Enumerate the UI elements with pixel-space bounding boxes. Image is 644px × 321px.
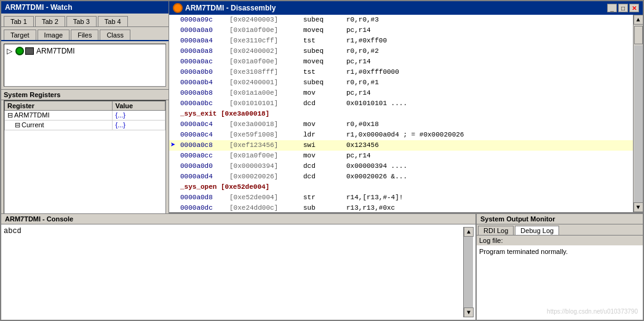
disasm-opcode-4: [0x01a0f00e] <box>229 57 303 67</box>
disasm-row-10: 0000a0c4[0xe3a00018]movr0,#0x18 <box>169 119 633 130</box>
sys-output-titlebar: System Output Monitor <box>477 214 643 224</box>
console-scrollbar[interactable]: ▲ ▼ <box>463 227 473 317</box>
sys-log-tabs: RDI Log Debug Log <box>477 224 643 236</box>
disasm-opcode-18: [0xe24dd00c] <box>229 203 303 212</box>
disasm-addr-5: 0000a0b0 <box>180 67 229 77</box>
disasm-opcode-1: [0x01a0f00e] <box>229 25 303 36</box>
disasm-mnemonic-5: tst <box>303 67 346 77</box>
disasm-operands-0: r0,r0,#3 <box>346 15 632 25</box>
disasm-mnemonic-3: subeq <box>303 46 346 57</box>
console-scroll-track <box>464 237 473 307</box>
debug-log-tab[interactable]: Debug Log <box>515 226 559 235</box>
target-icon <box>15 47 24 55</box>
console-scroll-up[interactable]: ▲ <box>464 227 474 237</box>
disasm-row-5: 0000a0b0[0xe3108fff]tstr1,#0xfff0000 <box>169 67 633 77</box>
log-file-label: Log file: <box>477 236 643 245</box>
disasm-opcode-3: [0x02400002] <box>229 46 303 57</box>
scroll-up-arrow[interactable]: ▲ <box>634 15 643 25</box>
reg-table-container: Register Value ⊟ARM7TDMI{...}⊟Current{..… <box>4 100 166 213</box>
tree-area: ▷ ARM7TDMI <box>4 44 166 87</box>
disasm-mnemonic-1: moveq <box>303 25 346 36</box>
subtab-files[interactable]: Files <box>71 30 98 40</box>
disasm-scrollbar[interactable]: ▲ ▼ <box>633 15 643 212</box>
tree-expand-icon: ▷ <box>7 47 14 55</box>
left-panel-titlebar: ARM7TDMI - Watch <box>1 1 169 14</box>
disasm-mnemonic-11: ldr <box>303 130 346 140</box>
disasm-row-13: 0000a0cc[0x01a0f00e]movpc,r14 <box>169 151 633 161</box>
disasm-operands-13: pc,r14 <box>346 151 632 161</box>
disasm-mnemonic-10: mov <box>303 119 346 130</box>
rdi-log-tab[interactable]: RDI Log <box>478 226 514 235</box>
disasm-row-14: 0000a0d0[0x00000394]dcd0x00000394 .... <box>169 161 633 172</box>
reg-expand-1[interactable]: ⊟ <box>15 121 20 129</box>
disasm-title: ARM7TDMI - Disassembly <box>173 3 276 13</box>
disasm-row-3: 0000a0a8[0x02400002]subeqr0,r0,#2 <box>169 46 633 57</box>
disasm-label-16: _sys_open [0xe52de004] <box>170 182 269 192</box>
scroll-thumb[interactable] <box>634 26 643 44</box>
scroll-track <box>634 46 643 202</box>
tab-1[interactable]: Tab 1 <box>4 16 34 26</box>
disasm-addr-1: 0000a0a0 <box>180 25 229 36</box>
disasm-mnemonic-4: moveq <box>303 57 346 67</box>
disasm-row-11: 0000a0c4[0xe59f1008]ldrr1,0x0000a0d4 ; =… <box>169 130 633 140</box>
disasm-mnemonic-2: tst <box>303 36 346 46</box>
disasm-opcode-11: [0xe59f1008] <box>229 130 303 140</box>
tab-2[interactable]: Tab 2 <box>35 16 65 26</box>
disasm-opcode-2: [0xe3110cff] <box>229 36 303 46</box>
disasm-operands-15: 0x00020026 &... <box>346 172 632 182</box>
left-panel: ARM7TDMI - Watch Tab 1 Tab 2 Tab 3 Tab 4… <box>0 0 169 213</box>
disasm-row-8: 0000a0bc[0x01010101]dcd0x01010101 .... <box>169 98 633 109</box>
tree-item-arm7tdmi: ▷ ARM7TDMI <box>7 47 163 55</box>
main-container: ARM7TDMI - Watch Tab 1 Tab 2 Tab 3 Tab 4… <box>0 0 644 321</box>
disasm-row-15: 0000a0d4[0x00020026]dcd0x00020026 &... <box>169 172 633 182</box>
tab-3[interactable]: Tab 3 <box>66 16 97 26</box>
disasm-operands-6: r0,r0,#1 <box>346 77 632 88</box>
disasm-addr-10: 0000a0c4 <box>180 119 229 130</box>
disasm-content: 0000a09c[0x02400003]subeqr0,r0,#30000a0a… <box>169 15 643 212</box>
tab-4[interactable]: Tab 4 <box>98 16 128 26</box>
disasm-row-4: 0000a0ac[0x01a0f00e]moveqpc,r14 <box>169 57 633 67</box>
disasm-addr-6: 0000a0b4 <box>180 77 229 88</box>
subtab-image[interactable]: Image <box>38 30 70 40</box>
console-title: ARM7TDMI - Console <box>5 215 73 223</box>
disasm-operands-14: 0x00000394 .... <box>346 161 632 172</box>
disasm-mnemonic-15: dcd <box>303 172 346 182</box>
minimize-button[interactable]: _ <box>607 4 617 12</box>
sys-output-title: System Output Monitor <box>480 215 555 223</box>
disasm-operands-3: r0,r0,#2 <box>346 46 632 57</box>
disasm-row-2: 0000a0a4[0xe3110cff]tstr1,#0xff00 <box>169 36 633 46</box>
console-titlebar: ARM7TDMI - Console <box>1 214 475 224</box>
disasm-opcode-0: [0x02400003] <box>229 15 303 25</box>
console-scroll-down[interactable]: ▼ <box>464 307 474 317</box>
disasm-addr-3: 0000a0a8 <box>180 46 229 57</box>
log-content-text: Program terminated normally. <box>479 248 568 255</box>
disasm-table[interactable]: 0000a09c[0x02400003]subeqr0,r0,#30000a0a… <box>169 15 633 212</box>
close-button[interactable]: ✕ <box>629 4 639 12</box>
scroll-down-arrow[interactable]: ▼ <box>634 202 643 212</box>
disasm-row-16: _sys_open [0xe52de004] <box>169 182 633 192</box>
reg-expand-0[interactable]: ⊟ <box>7 111 13 119</box>
disasm-row-0: 0000a09c[0x02400003]subeqr0,r0,#3 <box>169 15 633 25</box>
disasm-addr-13: 0000a0cc <box>180 151 229 161</box>
disasm-operands-5: r1,#0xfff0000 <box>346 67 632 77</box>
reg-col-register: Register <box>5 101 113 111</box>
disasm-row-9: _sys_exit [0xe3a00018] <box>169 109 633 119</box>
disasm-operands-10: r0,#0x18 <box>346 119 632 130</box>
maximize-button[interactable]: □ <box>618 4 628 12</box>
sys-registers-label: System Registers <box>4 91 60 98</box>
disasm-addr-7: 0000a0b8 <box>180 88 229 98</box>
disasm-addr-17: 0000a0d8 <box>180 192 229 203</box>
disasm-row-1: 0000a0a0[0x01a0f00e]moveqpc,r14 <box>169 25 633 36</box>
disasm-row-18: 0000a0dc[0xe24dd00c]subr13,r13,#0xc <box>169 203 633 212</box>
console-input-area[interactable]: abcd <box>4 227 463 317</box>
disasm-mnemonic-14: dcd <box>303 161 346 172</box>
disasm-row-7: 0000a0b8[0x01a1a00e]movpc,r14 <box>169 88 633 98</box>
left-panel-title: ARM7TDMI - Watch <box>5 3 73 12</box>
subtab-class[interactable]: Class <box>100 30 130 40</box>
disasm-operands-8: 0x01010101 .... <box>346 98 632 109</box>
disasm-opcode-7: [0x01a1a00e] <box>229 88 303 98</box>
disasm-mnemonic-18: sub <box>303 203 346 212</box>
top-row: ARM7TDMI - Watch Tab 1 Tab 2 Tab 3 Tab 4… <box>0 0 644 213</box>
disasm-addr-11: 0000a0c4 <box>180 130 229 140</box>
subtab-target[interactable]: Target <box>4 30 36 40</box>
